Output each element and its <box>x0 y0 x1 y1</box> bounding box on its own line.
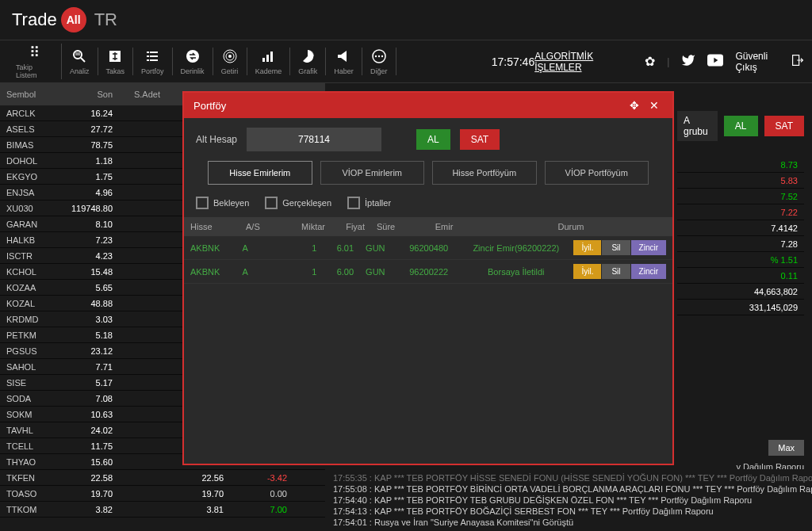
tool-takas[interactable]: Takas <box>98 48 134 75</box>
svg-point-14 <box>228 55 232 58</box>
tool-haber[interactable]: Haber <box>326 48 362 75</box>
value-cell: 8.73 <box>781 160 798 170</box>
gear-icon[interactable]: ✿ <box>645 54 655 69</box>
right-value-row: 7.22 <box>677 204 804 220</box>
modal-al-button[interactable]: AL <box>416 129 450 150</box>
th-fiyat[interactable]: Fiyat <box>325 222 365 231</box>
cell-sembol: EKGYO <box>0 170 56 183</box>
news-line[interactable]: 17:55:08 : KAP *** TEB PORTFÖY BİRİNCİ O… <box>329 483 812 495</box>
order-row[interactable]: AKBNK A 1 6.01 GUN 96200480 Zincir Emir(… <box>184 236 672 260</box>
analysis-icon <box>71 48 88 65</box>
move-icon[interactable]: ✥ <box>623 99 645 112</box>
tab-viop-portfoyum[interactable]: VİOP Portföyüm <box>545 161 649 185</box>
tool-takip-listem[interactable]: ⠿ Takip Listem <box>8 44 62 79</box>
watchlist-row[interactable]: TTKOM3.823.817.00 <box>0 502 325 518</box>
svg-point-20 <box>377 55 379 57</box>
action-iyil[interactable]: İyil. <box>573 240 601 255</box>
checkbox-gerceklesen[interactable] <box>265 197 278 209</box>
tab-hisse-portfoyum[interactable]: Hisse Portföyüm <box>432 161 537 185</box>
right-value-row: % 1.51 <box>677 252 804 268</box>
news-line[interactable]: 17:54:40 : KAP *** TEB PORTFÖY TEB GRUBU… <box>329 495 812 506</box>
action-zincir[interactable]: Zincir <box>631 240 666 255</box>
modal-titlebar[interactable]: Portföy ✥ ✕ <box>184 93 672 118</box>
tool-portfoy[interactable]: Portföy <box>133 48 173 75</box>
action-iyil[interactable]: İyil. <box>573 264 601 279</box>
value-cell: 5.83 <box>781 176 798 185</box>
cell-sembol: SISE <box>0 376 56 389</box>
th-emir[interactable]: Emir <box>412 222 476 231</box>
logo-all: All <box>61 7 86 32</box>
tool-getiri[interactable]: Getiri <box>213 48 247 75</box>
sat-button[interactable]: SAT <box>764 116 804 136</box>
watchlist-row[interactable]: TKFEN22.5822.56-3.42 <box>0 470 325 486</box>
max-button[interactable]: Max <box>768 440 804 456</box>
tool-grafik[interactable]: Grafik <box>290 48 326 75</box>
svg-line-1 <box>81 58 85 62</box>
close-icon[interactable]: ✕ <box>645 99 663 112</box>
tool-label: Grafik <box>298 67 317 75</box>
cell-sembol: TOASO <box>0 487 56 500</box>
al-button[interactable]: AL <box>724 116 758 136</box>
grubu-label: A grubu <box>677 111 718 141</box>
svg-rect-5 <box>147 52 149 53</box>
filter-bekleyen: Bekleyen <box>213 198 249 208</box>
alt-hesap-input[interactable] <box>247 128 381 151</box>
watchlist-row[interactable]: TOASO19.7019.700.00 <box>0 486 325 502</box>
algo-link[interactable]: ALGORİTMİK İŞLEMLER <box>534 51 633 73</box>
tool-diger[interactable]: Diğer <box>362 48 396 75</box>
checkbox-iptaller[interactable] <box>347 197 360 209</box>
tool-analiz[interactable]: Analiz <box>62 48 98 75</box>
cell-son: 4.96 <box>56 186 119 199</box>
tab-hisse-emirlerim[interactable]: Hisse Emirlerim <box>208 161 312 185</box>
action-sil[interactable]: Sil <box>602 240 630 255</box>
action-sil[interactable]: Sil <box>602 264 630 279</box>
th-miktar[interactable]: Miktar <box>278 222 325 231</box>
action-zincir[interactable]: Zincir <box>631 264 666 279</box>
cell-son: 5.17 <box>56 376 119 389</box>
cell-son: 3.82 <box>56 503 119 516</box>
news-line[interactable]: 17:54:01 : Rusya ve İran "Suriye Anayasa… <box>329 517 812 528</box>
cell-sembol: DOHOL <box>0 155 56 167</box>
col-sembol[interactable]: Sembol <box>0 86 56 102</box>
cell-son: 16.24 <box>56 107 119 120</box>
value-cell: 7.4142 <box>771 223 798 233</box>
cell-son: 7.08 <box>56 392 119 405</box>
svg-point-11 <box>186 50 199 63</box>
checkbox-bekleyen[interactable] <box>196 197 209 209</box>
main-toolbar: ⠿ Takip Listem Analiz Takas Portföy Deri… <box>0 40 812 83</box>
cell-sembol: KRDMD <box>0 313 56 326</box>
cell-son: 15.60 <box>56 456 119 468</box>
cell-son: 3.03 <box>56 313 119 326</box>
cell-sembol: SAHOL <box>0 361 56 373</box>
news-line[interactable]: 17:55:35 : KAP *** TEB PORTFÖY HİSSE SEN… <box>329 472 812 483</box>
news-line[interactable]: 17:54:13 : KAP *** TEB PORTFÖY BOĞAZİÇİ … <box>329 506 812 517</box>
cell-son: 1.75 <box>56 170 119 183</box>
cell-miktar: 1 <box>272 267 316 277</box>
tool-kademe[interactable]: Kademe <box>247 48 291 75</box>
cell-son: 5.18 <box>56 329 119 342</box>
logout-button[interactable]: Güvenli Çıkış <box>735 51 804 73</box>
right-value-row: 5.83 <box>677 173 804 189</box>
svg-rect-16 <box>266 55 269 62</box>
tool-label: Haber <box>334 67 354 75</box>
th-sure[interactable]: Süre <box>365 222 412 231</box>
tool-derinlik[interactable]: Derinlik <box>173 48 213 75</box>
tool-label: Analiz <box>70 67 90 75</box>
svg-rect-8 <box>150 55 158 57</box>
order-row[interactable]: AKBNK A 1 6.00 GUN 96200222 Borsaya İlet… <box>184 260 672 284</box>
th-hisse[interactable]: Hisse <box>190 222 246 231</box>
twitter-icon[interactable] <box>681 53 695 71</box>
col-sadet[interactable]: S.Adet <box>119 86 167 102</box>
youtube-icon[interactable] <box>707 54 723 70</box>
tab-viop-emirlerim[interactable]: VİOP Emirlerim <box>320 161 425 185</box>
logout-icon <box>791 54 804 69</box>
th-durum[interactable]: Durum <box>476 222 666 231</box>
cell-sembol: TAVHL <box>0 424 56 437</box>
target-icon <box>221 48 239 65</box>
th-as[interactable]: A/S <box>246 222 278 231</box>
grid-icon: ⠿ <box>26 44 44 61</box>
more-icon <box>370 48 388 65</box>
value-cell: % 1.51 <box>771 255 798 265</box>
modal-sat-button[interactable]: SAT <box>460 129 500 150</box>
col-son[interactable]: Son <box>56 86 119 102</box>
